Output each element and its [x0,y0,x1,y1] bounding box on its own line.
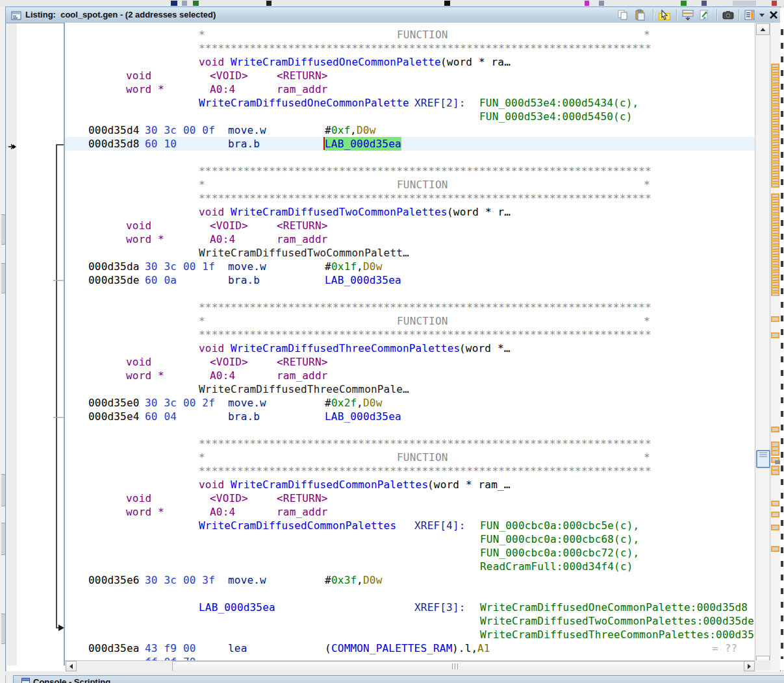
listing-field[interactable]: <VOID> [210,219,248,232]
listing-field[interactable]: D0w [363,573,382,587]
listing-field[interactable]: (word *… [459,342,511,355]
listing-line[interactable]: ff 0f 70 [65,655,755,660]
listing-field[interactable]: (word * ram_… [427,478,511,491]
listing-field[interactable]: WriteCramDiffusedThreeCommonPale… [199,382,409,396]
listing-field[interactable]: D0w [363,260,382,273]
listing-field[interactable]: void [199,55,224,69]
listing-field[interactable]: bra.b [228,273,260,287]
listing-field[interactable]: void [126,219,151,232]
listing-field[interactable]: FUNCTION [397,451,448,464]
listing-field[interactable]: * [644,314,650,328]
listing-field[interactable]: 30 3c 00 2f [145,396,215,410]
listing-field[interactable]: ).l, [452,641,477,655]
listing-field[interactable]: , [357,260,363,273]
listing-line[interactable]: ****************************************… [65,437,755,451]
listing-line[interactable]: void<VOID><RETURN> [65,69,755,82]
listing-line[interactable]: WriteCramDiffusedTwoCommonPalettes:000d3… [65,614,755,628]
listing-field[interactable]: 43 f9 00 [145,641,196,655]
listing-line[interactable]: 000d35e030 3c 00 2fmove.w#0x2f,D0w [65,396,755,410]
listing-field[interactable]: FUNCTION [397,178,448,192]
listing-line[interactable]: ****************************************… [65,328,755,342]
listing-field[interactable]: WriteCramDiffusedCommonPalettes [199,519,396,532]
listing-field[interactable]: 30 3c 00 0f [145,123,215,137]
listing-field[interactable]: 30 3c 00 1f [145,260,215,273]
listing-line[interactable]: WriteCramDiffusedThreeCommonPalettes:000… [65,628,755,641]
scroll-left-button[interactable] [66,661,77,671]
listing-field[interactable]: FUN_000cbc0a:000cbc72(c), [480,546,639,560]
listing-field[interactable]: 0x1f [331,260,357,273]
listing-field[interactable]: FUNCTION [397,28,448,42]
highlighted-field[interactable]: LAB_000d35ea [325,137,401,151]
listing-field[interactable]: , [357,573,363,587]
listing-field[interactable]: <RETURN> [277,355,328,369]
listing-field[interactable]: ****************************************… [199,464,651,478]
listing-field[interactable]: 0x3f [331,573,357,587]
marker[interactable] [771,512,779,517]
listing-line[interactable]: void<VOID><RETURN> [65,219,755,232]
listing-field[interactable]: 000d35e0 [88,396,140,410]
listing-field[interactable]: word * [126,505,164,519]
listing-field[interactable]: void [126,69,151,82]
marker[interactable] [771,332,779,338]
listing-field[interactable]: lea [228,641,247,655]
listing-line[interactable]: LAB_000d35eaXREF[3]:WriteCramDiffusedOne… [65,601,755,614]
listing-line[interactable]: ****************************************… [65,164,755,178]
listing-line[interactable]: voidWriteCramDiffusedCommonPalettes(word… [65,478,755,491]
listing-line[interactable]: WriteCramDiffusedTwoCommonPalett… [65,246,755,260]
listing-line[interactable]: FUN_000cbc0a:000cbc68(c), [65,532,755,546]
listing-field[interactable]: ram_addr [277,82,328,96]
listing-field[interactable]: LAB_000d35ea [199,601,275,614]
marker[interactable] [771,525,779,530]
listing-field[interactable]: 000d35d8 [88,137,140,151]
listing-field[interactable]: void [199,478,224,491]
scroll-up-button[interactable] [756,23,770,35]
listing-field[interactable]: * [199,178,205,192]
listing-field[interactable]: word * [126,232,164,246]
listing-field[interactable]: # [325,396,331,410]
marker[interactable] [771,546,779,552]
listing-field[interactable]: WriteCramDiffusedTwoCommonPalett… [199,246,409,260]
listing-field[interactable]: WriteCramDiffusedCommonPalettes [231,478,428,491]
listing-field[interactable]: LAB_000d35ea [325,410,401,423]
listing-field[interactable]: , [350,123,357,137]
listing-line[interactable]: word *A0:4ram_addr [65,505,755,519]
listing-field[interactable]: 000d35d4 [88,123,140,137]
listing-line[interactable]: word *A0:4ram_addr [65,82,755,96]
listing-field[interactable]: ****************************************… [199,42,651,55]
listing-line[interactable]: ReadCramFull:000d34f4(c) [65,560,755,573]
listing-field[interactable]: <VOID> [210,69,248,82]
listing-field[interactable]: move.w [228,573,266,587]
listing-field[interactable]: 000d35de [88,273,140,287]
listing-line[interactable]: 000d35e460 04bra.bLAB_000d35ea [65,410,755,423]
listing-field[interactable]: * [199,314,205,328]
listing-line[interactable]: ****************************************… [65,192,755,205]
listing-field[interactable]: 0xf [331,123,350,137]
listing-line[interactable]: WriteCramDiffusedOneCommonPaletteXREF[2]… [65,96,755,110]
dropdown-arrow-icon[interactable] [758,8,766,21]
listing-field[interactable]: <RETURN> [277,69,328,82]
listing-line[interactable]: word *A0:4ram_addr [65,232,755,246]
snapshot-icon[interactable] [720,8,736,21]
marker[interactable] [771,501,779,506]
listing-field[interactable]: XREF[3]: [414,601,466,614]
listing-field[interactable]: <VOID> [210,355,248,369]
listing-field[interactable]: ****************************************… [199,328,651,342]
listing-line[interactable]: 000d35de60 0abra.bLAB_000d35ea [65,273,755,287]
listing-field[interactable]: <RETURN> [277,219,328,232]
listing-field[interactable]: 60 04 [145,410,177,423]
listing-field[interactable]: * [644,28,650,42]
listing-line[interactable]: voidWriteCramDiffusedOneCommonPalette(wo… [65,55,755,69]
listing-field[interactable]: ****************************************… [199,437,651,451]
listing-field[interactable]: D0w [357,123,375,137]
close-icon[interactable] [766,8,781,21]
listing-line[interactable]: word *A0:4ram_addr [65,369,755,382]
listing-line[interactable]: *FUNCTION* [65,28,755,42]
listing-field[interactable]: * [199,451,205,464]
listing-field[interactable]: , [357,396,363,410]
listing-field[interactable]: WriteCramDiffusedThreeCommonPalettes:000… [480,628,755,641]
listing-line[interactable]: void<VOID><RETURN> [65,355,755,369]
listing-line[interactable]: 000d35d430 3c 00 0fmove.w#0xf,D0w [65,123,755,137]
listing-line[interactable]: FUN_000d53e4:000d5450(c) [65,110,755,123]
vertical-scrollbar[interactable] [755,23,770,667]
listing-field[interactable]: word * [126,82,164,96]
